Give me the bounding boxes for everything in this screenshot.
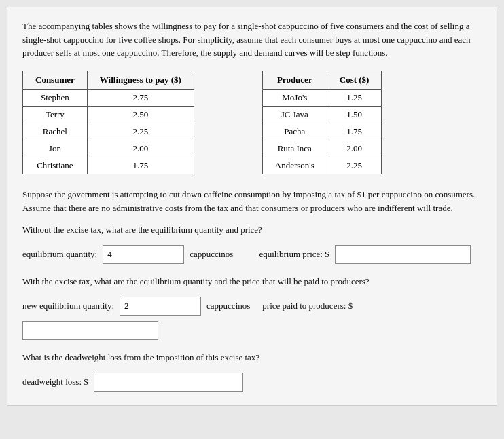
- table-row: MoJo's1.25: [262, 89, 382, 106]
- table-row: Rachel2.25: [23, 123, 194, 140]
- table-row: Stephen2.75: [23, 89, 194, 106]
- eq-quantity-input[interactable]: [103, 245, 184, 264]
- table-row: Pacha1.75: [262, 123, 382, 140]
- consumer-wtp: 2.00: [87, 140, 194, 157]
- new-eq-quantity-label: new equilibrium quantity:: [22, 301, 114, 311]
- consumer-col1-header: Consumer: [23, 71, 88, 89]
- eq-price-input[interactable]: [335, 245, 471, 264]
- producer-cost: 1.25: [327, 89, 382, 106]
- producer-name: Ruta Inca: [262, 140, 327, 157]
- producer-cost: 2.25: [327, 157, 382, 174]
- price-producers-label: price paid to producers: $: [262, 301, 353, 311]
- consumer-table: Consumer Willingness to pay ($) Stephen2…: [22, 71, 194, 174]
- consumer-name: Jon: [23, 140, 88, 157]
- table-row: JC Java1.50: [262, 106, 382, 123]
- equilibrium-row: equilibrium quantity: cappuccinos equili…: [22, 245, 482, 264]
- tables-section: Consumer Willingness to pay ($) Stephen2…: [22, 71, 482, 174]
- eq-quantity-label: equilibrium quantity:: [22, 249, 97, 260]
- deadweight-input[interactable]: [94, 373, 243, 392]
- new-equilibrium-row: new equilibrium quantity: cappuccinos pr…: [22, 297, 482, 340]
- new-eq-quantity-input[interactable]: [120, 297, 201, 316]
- consumer-wtp: 2.50: [87, 106, 194, 123]
- cappuccinos-label2: cappuccinos: [206, 301, 250, 311]
- producer-name: Pacha: [262, 123, 327, 140]
- table-row: Ruta Inca2.00: [262, 140, 382, 157]
- table-row: Christiane1.75: [23, 157, 194, 174]
- consumer-name: Christiane: [23, 157, 88, 174]
- question2-text: With the excise tax, what are the equili…: [22, 276, 482, 287]
- consumer-wtp: 2.75: [87, 89, 194, 106]
- consumer-col2-header: Willingness to pay ($): [87, 71, 194, 89]
- producer-table: Producer Cost ($) MoJo's1.25JC Java1.50P…: [262, 71, 382, 174]
- deadweight-row: deadweight loss: $: [22, 373, 482, 392]
- tax-section-text: Suppose the government is attempting to …: [22, 188, 482, 215]
- eq-price-label: equilibrium price: $: [259, 249, 329, 260]
- consumer-name: Stephen: [23, 89, 88, 106]
- table-row: Jon2.00: [23, 140, 194, 157]
- intro-text: The accompanying tables shows the willin…: [22, 20, 482, 60]
- cappuccinos-label1: cappuccinos: [190, 249, 233, 260]
- producer-name: MoJo's: [262, 89, 327, 106]
- page: The accompanying tables shows the willin…: [7, 7, 497, 406]
- producer-col2-header: Cost ($): [327, 71, 382, 89]
- consumer-name: Terry: [23, 106, 88, 123]
- price-producers-input[interactable]: [22, 321, 158, 340]
- question3-text: What is the deadweight loss from the imp…: [22, 352, 482, 363]
- producer-col1-header: Producer: [262, 71, 327, 89]
- consumer-wtp: 1.75: [87, 157, 194, 174]
- deadweight-label: deadweight loss: $: [22, 377, 88, 387]
- table-row: Terry2.50: [23, 106, 194, 123]
- producer-cost: 1.50: [327, 106, 382, 123]
- producer-cost: 1.75: [327, 123, 382, 140]
- producer-name: Anderson's: [262, 157, 327, 174]
- question1-text: Without the excise tax, what are the equ…: [22, 225, 482, 235]
- consumer-wtp: 2.25: [87, 123, 194, 140]
- producer-cost: 2.00: [327, 140, 382, 157]
- consumer-name: Rachel: [23, 123, 88, 140]
- producer-name: JC Java: [262, 106, 327, 123]
- table-row: Anderson's2.25: [262, 157, 382, 174]
